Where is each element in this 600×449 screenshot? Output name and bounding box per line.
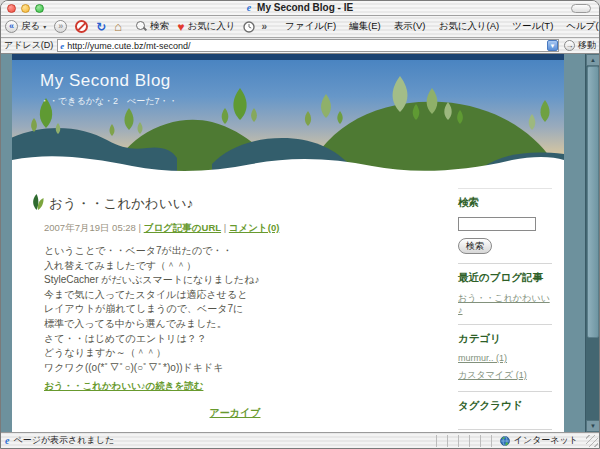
security-zone-label: インターネット xyxy=(514,434,578,447)
categories-heading: カテゴリ xyxy=(458,332,552,346)
blog-subtitle: ・・できるかな・2 べーた7・・ xyxy=(40,95,178,108)
scroll-up-button[interactable]: ▲ xyxy=(586,54,599,66)
main-column: おう・・これかわいい♪ 2007年7月19日 05:28 | ブログ記事のURL… xyxy=(12,182,454,432)
post-header: おう・・これかわいい♪ xyxy=(30,194,440,213)
page-ie-icon: e xyxy=(60,41,64,51)
back-icon: « xyxy=(5,20,18,33)
status-page-icon: e xyxy=(5,435,9,446)
heart-icon: ♥ xyxy=(177,21,184,33)
home-button[interactable]: ⌂ xyxy=(110,17,126,37)
menu-file[interactable]: ファイル(F) xyxy=(285,20,336,33)
window-title-text: My Second Blog - IE xyxy=(257,2,353,13)
leaf-icon xyxy=(30,194,45,211)
scroll-down-icon: ▼ xyxy=(590,423,596,429)
post-body-line: 今まで気に入ってたスタイルは適応させると xyxy=(44,288,440,303)
favorites-label: お気に入り xyxy=(187,20,235,33)
menu-edit[interactable]: 編集(E) xyxy=(349,20,381,33)
window-title: e My Second Blog - IE xyxy=(1,2,599,13)
post-body-line: 入れ替えてみましたです（＾＾） xyxy=(44,259,440,274)
search-label: 検索 xyxy=(150,20,169,33)
page-viewport: My Second Blog ・・できるかな・2 べーた7・・ おう・・これかわ… xyxy=(1,54,599,432)
status-bar: e ページが表示されました インターネット xyxy=(1,432,599,448)
status-message: ページが表示されました xyxy=(13,434,114,447)
globe-icon xyxy=(500,436,510,446)
sidebar-module-tagcloud: タグクラウド xyxy=(458,391,552,429)
go-label: 移動 xyxy=(578,39,596,52)
security-zone-pane: インターネット xyxy=(491,435,586,447)
meta-separator: | xyxy=(224,222,226,233)
permalink-link[interactable]: ブログ記事のURL xyxy=(144,222,221,233)
address-field: e ▼ xyxy=(57,39,559,52)
history-button[interactable] xyxy=(239,17,259,37)
post-body-line: レイアウトが崩れてしまうので、ベータ7に xyxy=(44,302,440,317)
recent-entry-link[interactable]: おう・・これかわいい♪ xyxy=(458,292,552,315)
refresh-icon: ↻ xyxy=(96,21,106,33)
title-bar: e My Second Blog - IE xyxy=(1,1,599,16)
sidebar-search-heading: 検索 xyxy=(458,196,552,210)
post-body-line: さて・・はじめてのエントリは？？ xyxy=(44,332,440,347)
post-title: おう・・これかわいい♪ xyxy=(49,195,193,213)
search-icon xyxy=(136,21,147,32)
scroll-down-button[interactable]: ▼ xyxy=(586,420,599,432)
category-link[interactable]: カスタマイズ (1) xyxy=(458,369,552,382)
stop-button[interactable] xyxy=(71,17,92,37)
status-pane xyxy=(480,435,491,447)
menu-help[interactable]: ヘルプ(H) xyxy=(566,20,600,33)
read-more-link[interactable]: おう・・これかわいい♪の続きを読む xyxy=(44,380,203,393)
blog-banner: My Second Blog ・・できるかな・2 べーた7・・ xyxy=(12,60,564,182)
menu-bar: ファイル(F) 編集(E) 表示(V) お気に入り(A) ツール(T) ヘルプ(… xyxy=(285,20,600,33)
menu-view[interactable]: 表示(V) xyxy=(394,20,426,33)
sidebar-search-input[interactable] xyxy=(458,217,536,231)
vertical-scrollbar[interactable]: ▲ ▼ xyxy=(585,54,599,432)
ie-icon: e xyxy=(247,2,251,13)
archive-link[interactable]: アーカイブ xyxy=(210,407,261,418)
sidebar-module-search: 検索 検索 xyxy=(458,188,552,263)
sidebar-module-monthly: 月別 アーカイブ 2007年7月 (1) xyxy=(458,429,552,432)
sidebar-module-recent: 最近のブログ記事 おう・・これかわいい♪ xyxy=(458,263,552,324)
forward-icon: » xyxy=(54,20,67,33)
back-label: 戻る xyxy=(21,20,40,33)
clock-icon xyxy=(243,21,255,33)
meta-separator: | xyxy=(139,222,141,233)
scrollbar-thumb[interactable] xyxy=(587,66,599,338)
content-area: おう・・これかわいい♪ 2007年7月19日 05:28 | ブログ記事のURL… xyxy=(12,182,564,432)
sidebar-module-categories: カテゴリ murmur.. (1) カスタマイズ (1) xyxy=(458,324,552,391)
favorites-button[interactable]: ♥ お気に入り xyxy=(173,17,239,37)
toolbar-overflow-chevron[interactable]: » xyxy=(259,21,269,32)
back-button[interactable]: « 戻る ▾ xyxy=(1,17,50,37)
menu-tools[interactable]: ツール(T) xyxy=(512,20,553,33)
stop-icon xyxy=(75,20,88,33)
post-body-line: ということで・・ベータ7が出たので・・ xyxy=(44,244,440,259)
status-pane xyxy=(458,435,469,447)
refresh-button[interactable]: ↻ xyxy=(92,17,110,37)
search-button[interactable]: 検索 xyxy=(132,17,173,37)
address-bar: アドレス(D) e ▼ → 移動 xyxy=(1,38,599,54)
menu-favorites[interactable]: お気に入り(A) xyxy=(438,20,499,33)
sidebar: 検索 検索 最近のブログ記事 おう・・これかわいい♪ カテゴリ murmur..… xyxy=(454,182,564,432)
status-pane xyxy=(436,435,447,447)
blog-title: My Second Blog xyxy=(40,71,178,91)
address-input[interactable] xyxy=(67,40,547,51)
comments-link[interactable]: コメント(0) xyxy=(229,222,280,233)
browser-window: e My Second Blog - IE « 戻る ▾ » ↻ ⌂ 検索 ♥ xyxy=(0,0,600,449)
post-body-line: StyleCacher がだいぶスマートになりましたね♪ xyxy=(44,273,440,288)
address-dropdown-button[interactable]: ▼ xyxy=(547,40,558,51)
post-date: 2007年7月19日 05:28 xyxy=(44,222,136,233)
back-dropdown-icon[interactable]: ▾ xyxy=(43,23,46,30)
status-pane xyxy=(447,435,458,447)
go-arrow-icon: → xyxy=(564,40,575,51)
sidebar-search-button[interactable]: 検索 xyxy=(458,238,492,254)
scroll-up-icon: ▲ xyxy=(590,57,596,63)
go-button[interactable]: → 移動 xyxy=(564,39,596,52)
post-meta: 2007年7月19日 05:28 | ブログ記事のURL | コメント(0) xyxy=(44,222,440,235)
post-body-line: ワクワク((o(*ﾟ▽ﾟ○)(○ﾟ▽ﾟ*)o))ドキドキ xyxy=(44,361,440,376)
blog-page: My Second Blog ・・できるかな・2 べーた7・・ おう・・これかわ… xyxy=(12,54,564,432)
tagcloud-heading: タグクラウド xyxy=(458,399,552,413)
address-label: アドレス(D) xyxy=(4,39,53,52)
post-body-line: どうなりますか～（＾＾） xyxy=(44,346,440,361)
forward-button[interactable]: » xyxy=(50,17,71,37)
resize-grip[interactable] xyxy=(586,435,598,447)
category-link[interactable]: murmur.. (1) xyxy=(458,353,552,363)
toolbar-toggle-button[interactable] xyxy=(571,4,591,13)
home-icon: ⌂ xyxy=(114,20,122,33)
